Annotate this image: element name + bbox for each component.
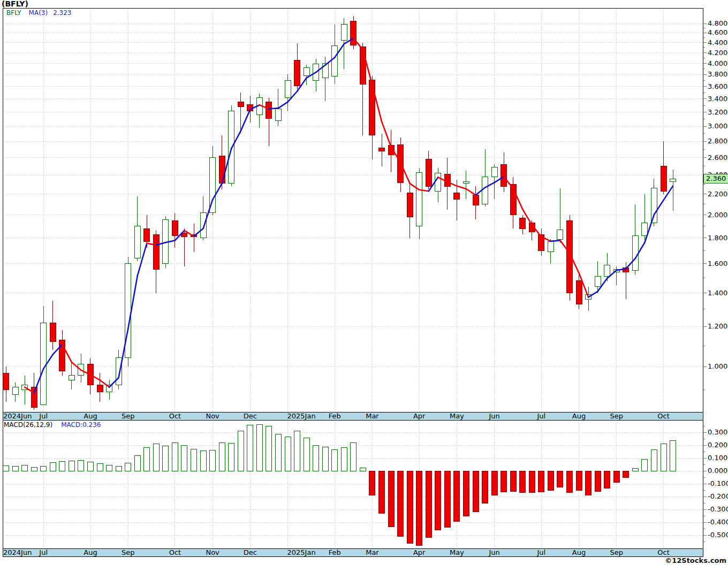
candle-body — [12, 387, 18, 395]
x-axis-month-label: Mar — [366, 412, 379, 420]
x-axis-month-label: Sep — [122, 548, 135, 556]
macd-bar — [529, 471, 535, 493]
macd-bar — [642, 459, 648, 471]
candle-body — [576, 281, 582, 304]
macd-bar — [22, 465, 28, 471]
macd-bar — [351, 442, 357, 471]
macd-bar — [78, 461, 84, 471]
candle-body — [642, 223, 648, 235]
candle-body — [407, 193, 413, 217]
price-axis-label: 1.800 — [708, 234, 727, 242]
macd-bar — [670, 440, 676, 471]
candle-body — [473, 195, 479, 205]
macd-bar — [247, 425, 253, 471]
macd-bar — [116, 467, 122, 471]
macd-axis-label: -0.200 — [708, 492, 728, 500]
x-axis-month-label: Sep — [610, 412, 623, 420]
macd-bar — [172, 442, 178, 471]
price-axis-label: 2.000 — [708, 211, 727, 219]
macd-bar — [275, 434, 281, 471]
macd-bar — [219, 442, 225, 471]
x-axis-month-label: Jun — [488, 548, 499, 556]
macd-bar — [181, 445, 187, 471]
macd-bar — [12, 467, 18, 471]
price-axis-label: 2.800 — [708, 137, 727, 145]
macd-axis-label: 0.300 — [708, 428, 727, 436]
candle-body — [181, 233, 187, 237]
candle-body — [426, 159, 431, 187]
macd-bar — [107, 465, 112, 471]
macd-bar — [210, 451, 216, 471]
price-axis-label: 4.400 — [708, 39, 727, 47]
macd-axis-label: -0.500 — [708, 531, 728, 539]
macd-bar — [41, 466, 47, 471]
macd-bar — [426, 471, 431, 538]
candle-body — [501, 164, 507, 186]
macd-bar — [69, 461, 74, 471]
candle-body — [379, 148, 385, 151]
macd-bar — [661, 444, 666, 471]
x-axis-month-label: Oct — [169, 412, 181, 420]
x-axis-month-label: Sep — [610, 548, 623, 556]
macd-axis-label: 0.000 — [708, 467, 727, 475]
macd-bar — [520, 471, 526, 493]
macd-bar — [604, 471, 610, 488]
candle-body — [548, 242, 553, 252]
macd-bar — [482, 471, 488, 503]
price-axis-label: 3.800 — [708, 70, 727, 78]
macd-bar — [360, 468, 366, 471]
x-axis-month-label: Jul — [537, 412, 546, 420]
macd-bar — [97, 463, 103, 471]
macd-bar — [3, 465, 9, 471]
watermark: ©12Stocks.com — [665, 556, 726, 564]
price-axis-label: 1.400 — [708, 289, 727, 297]
macd-bar — [379, 471, 385, 513]
price-axis-label: 1.600 — [708, 259, 727, 268]
candle-body — [557, 230, 563, 239]
candle-body — [416, 172, 422, 226]
x-axis-month-label: Jun — [488, 412, 499, 420]
price-axis-label: 2.200 — [708, 190, 727, 198]
price-legend: BFLYMA(3)2.323 — [6, 9, 71, 17]
price-axis-label: 1.000 — [708, 362, 727, 370]
macd-axis-label: -0.100 — [708, 479, 728, 487]
macd-bar — [613, 471, 619, 483]
macd-bar — [125, 463, 131, 471]
candle-body — [435, 173, 441, 191]
ma-line-segment — [551, 240, 560, 241]
x-axis-month-label: Oct — [657, 412, 669, 420]
candle-body — [219, 156, 225, 183]
macd-bar — [163, 446, 169, 471]
price-axis-label: 2.600 — [708, 154, 727, 162]
macd-bar — [341, 448, 347, 471]
macd-bar — [59, 461, 65, 471]
macd-bar — [463, 471, 469, 516]
candle-body — [41, 323, 47, 405]
x-axis-month-label: May — [450, 548, 464, 556]
candle-body — [369, 80, 375, 135]
x-axis-month-label: Dec — [244, 412, 257, 420]
macd-bar — [539, 471, 544, 492]
macd-bar — [313, 445, 319, 471]
last-price-badge: 2.360 — [703, 174, 728, 184]
x-axis-month-label: Apr — [413, 548, 426, 556]
x-axis-month-label: Aug — [84, 412, 97, 420]
candle-body — [285, 80, 291, 97]
x-axis-month-label: 2025Jan — [287, 412, 316, 420]
price-axis-label: 4.800 — [708, 19, 727, 27]
price-axis-label: 3.000 — [708, 122, 727, 130]
candle-body — [266, 102, 272, 118]
macd-bar — [238, 431, 244, 471]
macd-bar — [322, 447, 328, 471]
x-axis-month-label: Aug — [84, 548, 97, 556]
x-axis-month-label: 2025Jan — [287, 548, 316, 556]
candle-body — [332, 45, 338, 77]
candle-body — [670, 179, 676, 181]
x-axis-month-label: 2024Jun — [3, 412, 32, 420]
x-axis-month-label: Aug — [572, 548, 586, 556]
candle-body — [125, 264, 131, 358]
price-axis-label: 3.400 — [708, 95, 727, 103]
x-axis-month-label: Feb — [329, 548, 341, 556]
macd-bar — [435, 471, 441, 530]
chart-title: (BFLY) — [2, 0, 28, 8]
